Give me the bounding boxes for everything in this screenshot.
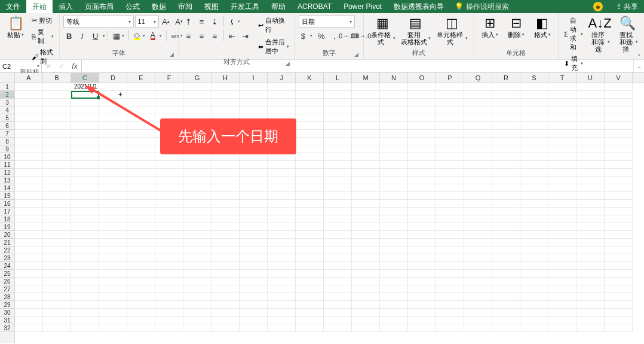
cell[interactable]	[43, 83, 71, 91]
cell[interactable]	[211, 215, 240, 223]
tell-me-search[interactable]: 💡 操作说明搜索	[450, 0, 514, 13]
cell[interactable]	[155, 192, 183, 200]
cell[interactable]	[380, 114, 408, 122]
cell[interactable]	[15, 192, 43, 200]
cell[interactable]	[127, 130, 155, 138]
cell[interactable]	[520, 184, 548, 192]
cell[interactable]	[408, 130, 436, 138]
cell[interactable]	[408, 254, 436, 262]
cell[interactable]	[324, 99, 352, 106]
cell[interactable]	[380, 254, 408, 262]
cell[interactable]	[352, 200, 380, 208]
cell[interactable]	[548, 231, 576, 239]
cell[interactable]	[211, 262, 240, 270]
cell[interactable]	[492, 83, 520, 91]
column-header[interactable]: S	[520, 73, 548, 83]
column-header[interactable]: L	[324, 73, 352, 83]
cell[interactable]	[492, 278, 520, 285]
font-size-combo[interactable]: 11▾	[135, 16, 159, 28]
cell[interactable]	[436, 246, 464, 254]
column-header[interactable]: A	[15, 73, 43, 83]
cell[interactable]	[183, 83, 211, 91]
cell[interactable]	[464, 200, 492, 208]
cell[interactable]	[268, 324, 296, 332]
cell[interactable]	[127, 184, 155, 192]
cell[interactable]	[43, 246, 71, 254]
cell[interactable]	[492, 122, 520, 130]
cell[interactable]	[240, 254, 268, 262]
cell[interactable]	[324, 231, 352, 239]
cell[interactable]	[324, 83, 352, 91]
cell[interactable]	[352, 208, 380, 215]
cell[interactable]	[548, 208, 576, 215]
cell[interactable]	[576, 91, 605, 99]
accounting-format-button[interactable]: $	[299, 30, 314, 42]
cell[interactable]	[605, 254, 633, 262]
cell[interactable]	[183, 309, 211, 316]
cell[interactable]	[15, 138, 43, 145]
cell[interactable]	[71, 293, 99, 301]
tab-view[interactable]: 视图	[198, 0, 225, 13]
cell[interactable]	[324, 285, 352, 293]
cell[interactable]	[43, 161, 71, 169]
cell[interactable]	[436, 138, 464, 145]
cell[interactable]	[492, 208, 520, 215]
cell[interactable]	[15, 254, 43, 262]
column-header[interactable]: H	[211, 73, 240, 83]
cell[interactable]	[548, 270, 576, 278]
cell[interactable]	[520, 208, 548, 215]
cell[interactable]	[408, 262, 436, 270]
cell[interactable]	[464, 153, 492, 161]
cell[interactable]	[71, 270, 99, 278]
cell[interactable]	[211, 239, 240, 246]
row-header[interactable]: 29	[0, 301, 14, 309]
cell[interactable]	[352, 83, 380, 91]
cell[interactable]	[576, 246, 605, 254]
cell[interactable]	[380, 270, 408, 278]
cell[interactable]	[155, 208, 183, 215]
autosum-button[interactable]: Σ自动求和▾	[562, 16, 585, 53]
cell[interactable]	[211, 169, 240, 176]
cell[interactable]	[520, 200, 548, 208]
cell[interactable]	[352, 106, 380, 114]
cell[interactable]	[127, 215, 155, 223]
cell[interactable]	[436, 223, 464, 231]
cell[interactable]	[605, 192, 633, 200]
cell[interactable]	[352, 309, 380, 316]
cell[interactable]	[240, 99, 268, 106]
cell[interactable]	[155, 106, 183, 114]
cell[interactable]	[352, 285, 380, 293]
cell[interactable]	[436, 285, 464, 293]
column-header[interactable]: B	[43, 73, 71, 83]
cell[interactable]	[408, 91, 436, 99]
cell[interactable]	[43, 176, 71, 184]
cell[interactable]	[296, 293, 324, 301]
align-middle-button[interactable]: ≡	[196, 16, 208, 28]
cell[interactable]	[492, 215, 520, 223]
cell[interactable]	[464, 83, 492, 91]
cell[interactable]	[127, 176, 155, 184]
cell[interactable]	[240, 270, 268, 278]
cell[interactable]	[240, 239, 268, 246]
cell[interactable]	[380, 192, 408, 200]
merge-center-button[interactable]: ⬌合并后居中▾	[256, 37, 291, 56]
cell[interactable]	[43, 145, 71, 153]
cell[interactable]	[576, 262, 605, 270]
italic-button[interactable]: I	[76, 30, 88, 42]
cell[interactable]	[408, 301, 436, 309]
cell[interactable]	[464, 293, 492, 301]
cell[interactable]	[296, 99, 324, 106]
cell[interactable]	[268, 91, 296, 99]
column-header[interactable]: G	[183, 73, 211, 83]
cell[interactable]	[520, 270, 548, 278]
cell[interactable]	[183, 192, 211, 200]
cell[interactable]	[576, 145, 605, 153]
cell[interactable]	[380, 130, 408, 138]
cell[interactable]	[492, 262, 520, 270]
cell[interactable]	[183, 91, 211, 99]
cell[interactable]	[605, 161, 633, 169]
cell[interactable]	[71, 278, 99, 285]
cell[interactable]	[127, 138, 155, 145]
conditional-formatting-button[interactable]: ▦条件格式▾	[367, 16, 398, 47]
cell[interactable]	[183, 184, 211, 192]
